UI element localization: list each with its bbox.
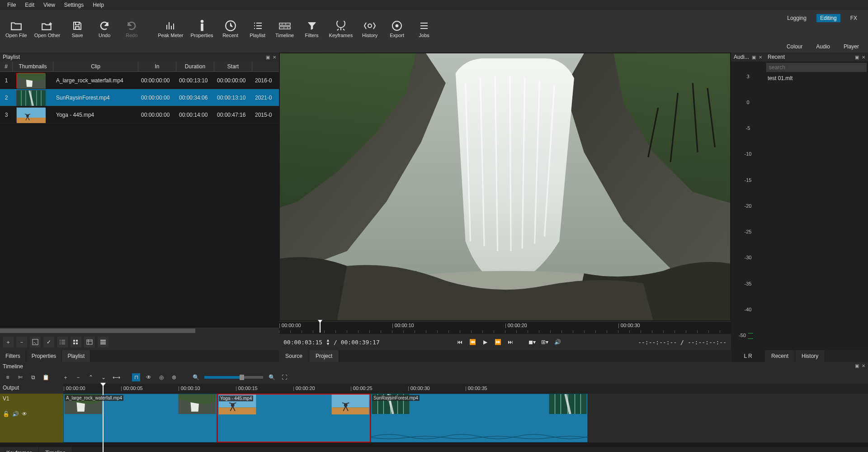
video-preview[interactable] [280,53,730,320]
undo-button[interactable]: Undo [91,13,118,40]
panel-close-icon[interactable]: ✕ [273,55,276,60]
tl-copy-button[interactable]: ⧉ [29,373,37,381]
forward-button[interactable]: ⏩ [493,338,502,347]
timeline-clip[interactable]: SunRaysinForest.mp4 [371,394,588,442]
tab-colour[interactable]: Colour [783,43,806,51]
menu-help[interactable]: Help [88,1,108,9]
panel-restore-icon[interactable]: ▣ [752,55,756,60]
timeline-output-label[interactable]: Output [0,384,63,394]
timeline-clip[interactable]: A_large_rock_waterfall.mp4 [63,394,217,442]
open-other-button[interactable]: Open Other [31,13,64,40]
zoom-fit-button[interactable]: ◼▾ [528,338,537,347]
tab-logging[interactable]: Logging [783,14,810,22]
tab-playlist[interactable]: Playlist [62,350,90,362]
tl-lift-button[interactable]: ⌃ [87,373,95,381]
tl-remove-button[interactable]: － [74,373,82,381]
playlist-menu-button[interactable] [98,337,108,347]
tl-scrub-button[interactable]: 👁 [145,373,153,381]
track-lock-icon[interactable]: 🔓 [3,411,9,417]
timeline-button[interactable]: Timeline [271,13,298,40]
tab-properties[interactable]: Properties [26,350,62,362]
tab-fx[interactable]: FX [847,14,861,22]
tab-history[interactable]: History [795,350,825,362]
tab-audio[interactable]: Audio [812,43,834,51]
tl-snap-button[interactable]: ⊓ [132,373,140,381]
timeline-track-v1[interactable]: V1 🔓 🔊 👁 [0,394,63,442]
timeline-ruler[interactable]: 00:00:00 00:00:05 00:00:10 00:00:15 00:0… [63,384,868,394]
timeline-playhead[interactable] [103,384,104,452]
audio-meter[interactable]: 3 0 -5 -10 -15 -20 -25 -30 -35 -40 -50 —… [731,62,765,350]
panel-close-icon[interactable]: ✕ [862,363,865,370]
timeline-track-area[interactable]: A_large_rock_waterfall.mp4Yoga - 445.mp4… [63,394,868,442]
history-button[interactable]: History [356,13,383,40]
playlist-view-tiles-button[interactable] [71,337,81,347]
playlist-button[interactable]: Playlist [244,13,271,40]
volume-button[interactable]: 🔊 [553,338,562,347]
timecode-spinner-icon[interactable]: ▲▼ [326,338,330,346]
tl-append-button[interactable]: ＋ [61,373,70,381]
tl-overwrite-button[interactable]: ⌄ [99,373,108,381]
tl-cut-button[interactable]: ✄ [16,373,24,381]
timeline-clip[interactable]: Yoga - 445.mp4 [217,394,371,442]
export-button[interactable]: Export [383,13,410,40]
play-button[interactable]: ▶ [481,338,490,347]
playlist-add-button[interactable]: ＋ [3,337,14,347]
panel-restore-icon[interactable]: ▣ [266,55,270,60]
track-hide-icon[interactable]: 👁 [22,411,27,417]
panel-restore-icon[interactable]: ▣ [855,363,859,370]
tab-recent[interactable]: Recent [765,350,795,362]
keyframes-button[interactable]: Keyframes [326,13,357,40]
recent-item[interactable]: test 01.mlt [768,75,865,81]
tab-keyframes[interactable]: Keyframes [0,447,39,452]
properties-button[interactable]: Properties [187,13,217,40]
panel-close-icon[interactable]: ✕ [862,55,865,60]
tab-player[interactable]: Player [840,43,863,51]
jobs-button[interactable]: Jobs [410,13,438,40]
menu-settings[interactable]: Settings [60,1,88,9]
playlist-row[interactable]: 1A_large_rock_waterfall.mp400:00:00:0000… [0,72,279,89]
rewind-button[interactable]: ⏪ [468,338,477,347]
main-toolbar: Open File Open Other Save Undo Redo Peak… [0,10,868,43]
playlist-row[interactable]: 3Yoga - 445.mp400:00:00:0000:00:14:0000:… [0,106,279,124]
tl-menu-button[interactable]: ≡ [4,373,12,381]
tl-ripple-all-button[interactable]: ⊛ [170,373,178,381]
skip-start-button[interactable]: ⏮ [455,338,464,347]
recent-search-input[interactable] [766,62,867,72]
panel-restore-icon[interactable]: ▣ [855,55,859,60]
tl-ripple-button[interactable]: ◎ [157,373,165,381]
save-button[interactable]: Save [64,13,91,40]
preview-ruler[interactable]: 00:00:00 00:00:10 00:00:20 00:00:30 [279,321,731,334]
redo-button[interactable]: Redo [118,13,145,40]
menu-view[interactable]: View [39,1,60,9]
recent-button[interactable]: Recent [217,13,244,40]
peak-meter-button[interactable]: Peak Meter [154,13,187,40]
open-file-button[interactable]: Open File [2,13,31,40]
skip-end-button[interactable]: ⏭ [506,338,515,347]
scrollbar-thumb[interactable] [0,328,195,333]
tab-source[interactable]: Source [279,350,309,362]
tl-zoom-slider[interactable] [204,376,263,379]
playlist-row[interactable]: 2SunRaysinForest.mp400:00:00:0000:00:34:… [0,89,279,106]
playlist-update-button[interactable] [30,337,41,347]
playlist-remove-button[interactable]: － [16,337,27,347]
tab-editing[interactable]: Editing [816,14,840,22]
panel-close-icon[interactable]: ✕ [759,55,762,60]
track-mute-icon[interactable]: 🔊 [12,411,19,417]
tl-zoom-out-button[interactable]: 🔍 [192,373,200,381]
clip-thumbnail [16,107,45,123]
tl-split-button[interactable]: ⟷ [112,373,120,381]
tl-zoom-in-button[interactable]: 🔍 [268,373,276,381]
grid-button[interactable]: ⊞▾ [540,338,549,347]
current-timecode[interactable]: 00:00:03:15 [283,339,322,346]
playlist-check-button[interactable]: ✓ [43,337,54,347]
tl-paste-button[interactable]: 📋 [42,373,50,381]
tab-filters[interactable]: Filters [0,350,26,362]
tl-zoom-fit-button[interactable]: ⛶ [280,373,288,381]
menu-edit[interactable]: Edit [20,1,39,9]
playlist-view-icons-button[interactable] [84,337,95,347]
filters-button[interactable]: Filters [298,13,326,40]
menu-file[interactable]: File [3,1,20,9]
playlist-view-details-button[interactable] [57,337,68,347]
tab-timeline[interactable]: Timeline [39,447,72,452]
tab-project[interactable]: Project [309,350,339,362]
